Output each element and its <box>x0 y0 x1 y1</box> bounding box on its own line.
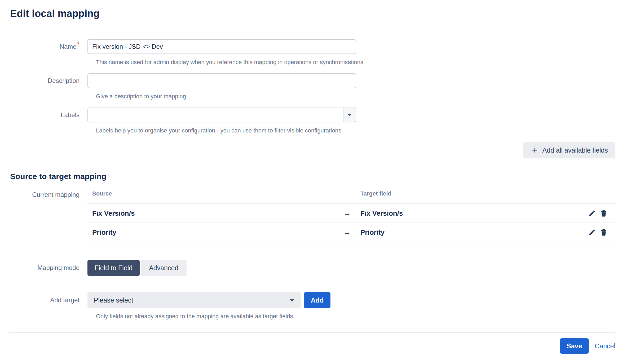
mapping-table: Source Target field Fix Version/s → Fix … <box>87 190 615 242</box>
target-field-select[interactable]: Please select <box>87 292 301 308</box>
required-asterisk: * <box>77 41 80 48</box>
arrow-right-icon: → <box>339 228 355 237</box>
name-input[interactable] <box>87 39 356 54</box>
add-all-label: Add all available fields <box>542 147 608 154</box>
plus-icon <box>531 146 539 154</box>
add-all-row: Add all available fields <box>8 142 615 158</box>
labels-input[interactable] <box>87 108 356 122</box>
edit-mapping-button[interactable] <box>588 229 596 236</box>
description-row: Description <box>8 73 615 88</box>
add-all-available-fields-button[interactable]: Add all available fields <box>523 142 615 158</box>
row-actions <box>581 210 615 217</box>
edit-icon <box>588 210 596 217</box>
section-title: Source to target mapping <box>10 171 615 182</box>
description-help-text: Give a description to your mapping <box>96 92 615 100</box>
name-input-wrap <box>87 39 356 54</box>
mapping-table-header: Source Target field <box>87 190 615 204</box>
column-header-source: Source <box>87 190 339 197</box>
current-mapping-block: Current mapping Source Target field Fix … <box>8 190 615 242</box>
edit-icon <box>588 229 596 236</box>
chevron-down-icon <box>347 114 352 116</box>
target-field-value: Priority <box>355 228 581 237</box>
footer-divider <box>8 332 615 333</box>
add-target-row: Add target Please select Add <box>8 292 615 308</box>
page-title: Edit local mapping <box>10 7 615 20</box>
description-label: Description <box>8 77 80 85</box>
column-header-target: Target field <box>355 190 581 197</box>
title-divider <box>8 30 615 30</box>
labels-label: Labels <box>8 111 80 119</box>
target-field-value: Fix Version/s <box>355 209 581 217</box>
labels-input-wrap <box>87 108 356 122</box>
source-field-value: Fix Version/s <box>87 209 339 217</box>
delete-icon <box>600 210 607 217</box>
mode-field-to-field-button[interactable]: Field to Field <box>87 260 140 276</box>
description-input-wrap <box>87 73 356 88</box>
labels-help-text: Labels help you to organise your configu… <box>96 127 615 135</box>
delete-mapping-button[interactable] <box>600 210 607 217</box>
name-row: Name* <box>8 39 615 54</box>
cancel-link[interactable]: Cancel <box>595 342 615 350</box>
row-actions <box>581 229 615 236</box>
chevron-down-icon <box>290 299 294 302</box>
name-help-text: This name is used for admin display when… <box>96 58 615 66</box>
add-target-button[interactable]: Add <box>304 292 330 308</box>
mapping-mode-row: Mapping mode Field to Field Advanced <box>8 260 615 276</box>
add-target-help-text: Only fields not already assigned to the … <box>96 312 615 320</box>
mode-advanced-button[interactable]: Advanced <box>141 260 187 276</box>
select-value: Please select <box>94 296 133 304</box>
table-row: Fix Version/s → Fix Version/s <box>87 204 615 223</box>
edit-mapping-button[interactable] <box>588 210 596 217</box>
description-input[interactable] <box>87 73 356 88</box>
delete-icon <box>600 229 607 236</box>
name-label: Name* <box>8 43 80 51</box>
scrollbar-track-edge <box>626 0 626 364</box>
add-target-label: Add target <box>8 296 80 304</box>
mapping-mode-segmented-control: Field to Field Advanced <box>87 260 187 276</box>
labels-dropdown-button[interactable] <box>343 108 356 122</box>
current-mapping-label: Current mapping <box>8 190 80 199</box>
table-row: Priority → Priority <box>87 223 615 242</box>
labels-row: Labels <box>8 108 615 122</box>
mapping-mode-label: Mapping mode <box>8 264 80 272</box>
save-button[interactable]: Save <box>560 338 589 354</box>
source-field-value: Priority <box>87 228 339 237</box>
delete-mapping-button[interactable] <box>600 229 607 236</box>
edit-local-mapping-page: Edit local mapping Name* This name is us… <box>0 0 627 364</box>
arrow-right-icon: → <box>339 209 355 217</box>
footer-actions: Save Cancel <box>8 338 615 354</box>
